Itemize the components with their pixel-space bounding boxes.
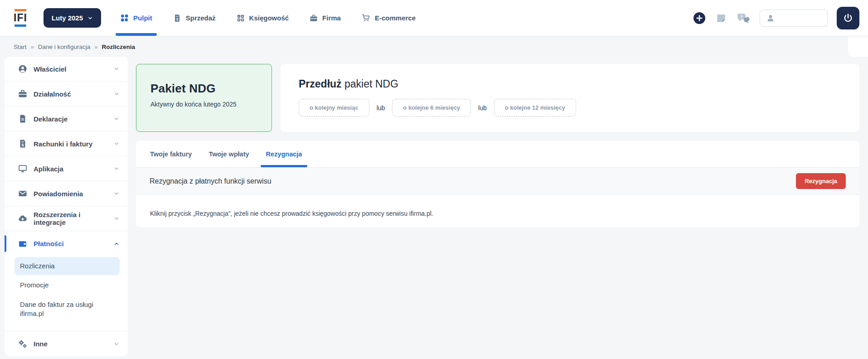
sidebar-item-label: Płatności bbox=[34, 240, 113, 247]
breadcrumb-current: Rozliczenia bbox=[102, 44, 136, 50]
gears-icon bbox=[18, 340, 27, 349]
logo-text: IFI bbox=[14, 13, 27, 23]
sidebar-item-label: Rozszerzenia i integracje bbox=[34, 211, 113, 226]
nav-item-ksiegowosc[interactable]: Księgowość bbox=[237, 0, 289, 36]
sidebar-subitem-promocje[interactable]: Promocje bbox=[15, 276, 120, 294]
month-selector-label: Luty 2025 bbox=[52, 14, 83, 22]
renew-6-months-button[interactable]: o kolejne 6 miesięcy bbox=[392, 99, 471, 116]
sidebar-item-deklaracje[interactable]: Deklaracje bbox=[5, 107, 128, 131]
tab-rezygnacja[interactable]: Rezygnacja bbox=[266, 141, 302, 167]
briefcase-icon bbox=[310, 14, 318, 22]
page-layout: Właściciel Działalność Deklaracje bbox=[0, 57, 868, 356]
resignation-button[interactable]: Rezygnacja bbox=[796, 173, 846, 189]
chevron-down-icon bbox=[113, 141, 120, 147]
breadcrumb-separator: » bbox=[94, 44, 97, 50]
sidebar-item-inne[interactable]: Inne bbox=[5, 331, 128, 356]
settings-sidebar: Właściciel Działalność Deklaracje bbox=[5, 57, 128, 356]
edge-panel bbox=[848, 37, 868, 57]
chevron-down-icon bbox=[113, 165, 120, 172]
sidebar-item-rachunki-i-faktury[interactable]: $ Rachunki i faktury bbox=[5, 131, 128, 156]
renew-title: Przedłuż pakiet NDG bbox=[299, 78, 850, 90]
cloud-upload-icon bbox=[18, 214, 27, 223]
sidebar-item-platnosci[interactable]: Płatności bbox=[5, 231, 128, 256]
renew-options: o kolejny miesiąc lub o kolejne 6 miesię… bbox=[299, 99, 850, 116]
chevron-down-icon bbox=[113, 190, 120, 197]
active-section-indicator bbox=[5, 235, 6, 252]
sidebar-subitem-rozliczenia[interactable]: Rozliczenia bbox=[15, 257, 120, 275]
user-account-box[interactable] bbox=[760, 10, 828, 27]
main-content: Pakiet NDG Aktywny do końca lutego 2025 … bbox=[136, 57, 859, 227]
notes-button[interactable] bbox=[715, 12, 727, 24]
wallet-icon bbox=[18, 239, 27, 248]
nav-label: Pulpit bbox=[133, 14, 152, 22]
monitor-icon bbox=[18, 164, 27, 173]
user-circle-icon bbox=[18, 64, 27, 73]
breadcrumb: Start » Dane i konfiguracja » Rozliczeni… bbox=[0, 36, 868, 57]
sidebar-subitem-dane-do-faktur[interactable]: Dane do faktur za usługi ifirma.pl bbox=[15, 296, 120, 323]
header-actions: ? bbox=[693, 7, 859, 29]
nav-item-sprzedaz[interactable]: $ Sprzedaż bbox=[173, 0, 216, 36]
tab-twoje-faktury[interactable]: Twoje faktury bbox=[150, 141, 192, 167]
renew-title-bold: Przedłuż bbox=[299, 78, 342, 90]
renew-12-months-button[interactable]: o kolejne 12 miesięcy bbox=[494, 99, 576, 116]
logo-orange-bar bbox=[15, 9, 26, 11]
sidebar-item-rozszerzenia-i-integracje[interactable]: Rozszerzenia i integracje bbox=[5, 206, 128, 231]
chevron-down-icon bbox=[113, 66, 120, 72]
sidebar-item-wlasciciel[interactable]: Właściciel bbox=[5, 57, 128, 82]
chevron-down-icon bbox=[113, 341, 120, 347]
breadcrumb-dane-i-konfiguracja[interactable]: Dane i konfiguracja bbox=[38, 44, 91, 50]
sidebar-item-powiadomienia[interactable]: Powiadomienia bbox=[5, 181, 128, 206]
add-button[interactable] bbox=[693, 11, 706, 25]
nav-item-pulpit[interactable]: Pulpit bbox=[120, 0, 152, 36]
breadcrumb-separator: » bbox=[31, 44, 34, 50]
package-status-card: Pakiet NDG Aktywny do końca lutego 2025 bbox=[136, 64, 272, 132]
tab-twoje-wplaty[interactable]: Twoje wpłaty bbox=[209, 141, 249, 167]
resignation-heading: Rezygnacja z płatnych funkcji serwisu bbox=[150, 177, 272, 185]
logo-blue-bar bbox=[15, 24, 26, 27]
calculator-icon bbox=[237, 14, 245, 22]
nav-label: E-commerce bbox=[375, 14, 416, 22]
help-chat-button[interactable]: ? bbox=[736, 12, 751, 24]
envelope-icon bbox=[18, 189, 27, 198]
chevron-down-icon bbox=[113, 91, 120, 97]
document-icon bbox=[18, 114, 27, 123]
help-chat-icon: ? bbox=[736, 12, 751, 24]
package-row: Pakiet NDG Aktywny do końca lutego 2025 … bbox=[136, 64, 859, 132]
sidebar-item-label: Deklaracje bbox=[34, 115, 113, 123]
logout-button[interactable] bbox=[837, 7, 859, 29]
nav-item-ecommerce[interactable]: E-commerce bbox=[362, 0, 416, 36]
package-title: Pakiet NDG bbox=[150, 82, 264, 96]
month-selector-button[interactable]: Luty 2025 bbox=[44, 8, 101, 28]
renew-package-card: Przedłuż pakiet NDG o kolejny miesiąc lu… bbox=[281, 64, 859, 132]
sidebar-item-dzialalnosc[interactable]: Działalność bbox=[5, 82, 128, 107]
plus-circle-icon bbox=[693, 11, 706, 25]
cart-icon bbox=[362, 14, 370, 22]
top-navbar: IFI Luty 2025 Pulpit $ Sprzedaż Księgowo… bbox=[0, 0, 868, 36]
or-separator: lub bbox=[377, 104, 385, 112]
sidebar-item-aplikacja[interactable]: Aplikacja bbox=[5, 156, 128, 181]
sidebar-item-label: Aplikacja bbox=[34, 165, 113, 173]
breadcrumb-start[interactable]: Start bbox=[14, 44, 27, 50]
package-subtitle: Aktywny do końca lutego 2025 bbox=[150, 101, 264, 108]
power-icon bbox=[843, 13, 853, 24]
nav-item-firma[interactable]: Firma bbox=[310, 0, 341, 36]
sidebar-item-label: Powiadomienia bbox=[34, 190, 113, 198]
dashboard-icon bbox=[120, 14, 129, 22]
active-tab-underline bbox=[261, 165, 308, 167]
billing-tabs-card: Twoje faktury Twoje wpłaty Rezygnacja Re… bbox=[136, 141, 859, 227]
chevron-down-icon bbox=[113, 116, 120, 122]
chevron-up-icon bbox=[113, 241, 120, 247]
ifirma-logo[interactable]: IFI bbox=[14, 9, 27, 27]
sales-document-icon: $ bbox=[173, 14, 181, 22]
briefcase-icon bbox=[18, 89, 27, 98]
invoice-icon: $ bbox=[18, 139, 27, 148]
chevron-down-icon bbox=[113, 215, 120, 222]
user-icon bbox=[766, 13, 776, 23]
renew-1-month-button[interactable]: o kolejny miesiąc bbox=[299, 99, 369, 116]
main-nav: Pulpit $ Sprzedaż Księgowość Firma E-c bbox=[120, 0, 416, 36]
svg-text:?: ? bbox=[740, 14, 743, 19]
resignation-description: Kliknij przycisk „Rezygnacja”, jeżeli ni… bbox=[136, 195, 859, 227]
svg-text:$: $ bbox=[22, 143, 24, 147]
platnosci-submenu: Rozliczenia Promocje Dane do faktur za u… bbox=[5, 256, 128, 331]
nav-label: Księgowość bbox=[249, 14, 289, 22]
